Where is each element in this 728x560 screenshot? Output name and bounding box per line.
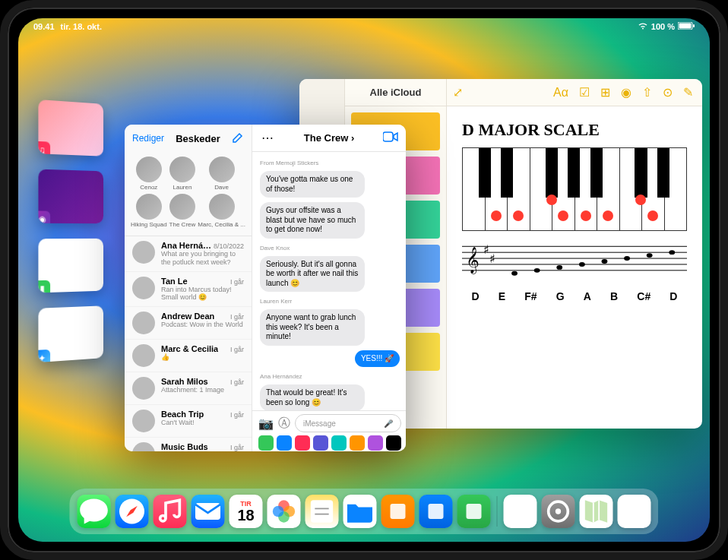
strip-app-3[interactable] xyxy=(295,435,310,451)
stage-strip-numbers[interactable]: ▮ xyxy=(38,239,103,293)
conversation-item[interactable]: Beach TripI går Can't Wait! xyxy=(125,405,252,438)
strip-app-7[interactable] xyxy=(368,435,383,451)
svg-point-15 xyxy=(602,259,608,264)
dock-app-freeform[interactable] xyxy=(618,495,651,528)
pinned-conversation[interactable]: Hiking Squad xyxy=(131,194,167,228)
dock-app-arkiver[interactable] xyxy=(343,495,377,528)
messages-window[interactable]: Rediger Beskeder CenozLaurenDaveHiking S… xyxy=(125,125,406,451)
svg-point-13 xyxy=(556,265,562,270)
dock-app-musik[interactable] xyxy=(154,495,187,528)
avatar xyxy=(136,194,162,220)
svg-point-18 xyxy=(669,250,675,255)
checklist-icon[interactable]: ☑ xyxy=(579,85,590,100)
svg-point-17 xyxy=(647,253,653,258)
dock-app-påmindelser[interactable] xyxy=(504,495,537,528)
strip-app-4[interactable] xyxy=(313,435,328,451)
conversation-preview: Podcast: Wow in the World xyxy=(161,321,244,329)
strip-app-8[interactable] xyxy=(386,435,401,451)
svg-point-16 xyxy=(624,256,630,261)
strip-app-5[interactable] xyxy=(331,435,347,451)
conversation-name: Ana Hernández xyxy=(161,241,214,250)
pinned-conversation[interactable]: The Crew xyxy=(169,194,197,228)
dock-app-mail[interactable] xyxy=(191,495,225,528)
pinned-conversation[interactable]: Dave xyxy=(198,157,245,191)
mic-icon[interactable]: 🎤 xyxy=(384,419,393,428)
message-sender: From Memoji Stickers xyxy=(260,160,400,166)
status-bar: 09.41 tir. 18. okt. 100 % xyxy=(18,18,710,35)
dock-app-indstillinger[interactable] xyxy=(542,495,575,528)
numbers-icon: ▮ xyxy=(38,280,50,293)
svg-rect-26 xyxy=(311,500,333,522)
avatar xyxy=(132,277,155,299)
more-icon[interactable]: ⊙ xyxy=(663,85,673,100)
edit-button[interactable]: Rediger xyxy=(132,133,164,144)
pinned-conversation[interactable]: Marc, Cecilia & ... xyxy=(198,194,245,228)
conversation-name: Andrew Dean xyxy=(161,312,214,321)
strip-app-1[interactable] xyxy=(258,435,274,451)
piano-diagram xyxy=(462,147,687,231)
note-content[interactable]: ⤢ Aα ☑ ⊞ ◉ ⇧ ⊙ ✎ D MAJOR SCALE xyxy=(447,79,702,429)
dock-app-keynote[interactable] xyxy=(419,495,453,528)
message-input[interactable]: iMessage 🎤 xyxy=(295,414,401,432)
stage-strip-music[interactable]: ♫ xyxy=(38,100,103,157)
app-store-icon[interactable]: Ⓐ xyxy=(278,416,290,432)
message-bubble-received[interactable]: Guys our offsite was a blast but we have… xyxy=(260,202,365,239)
pinned-conversation[interactable]: Lauren xyxy=(169,157,197,191)
conversation-name: Beach Trip xyxy=(161,410,204,419)
camera-icon[interactable]: ◉ xyxy=(621,85,631,100)
strip-app-2[interactable] xyxy=(277,435,292,451)
message-bubble-received[interactable]: Seriously. But it's all gonna be worth i… xyxy=(260,256,365,293)
thread-dots-icon[interactable]: ⋯ xyxy=(261,131,275,145)
messages-sidebar: Rediger Beskeder CenozLaurenDaveHiking S… xyxy=(125,125,252,451)
dock-separator xyxy=(497,496,498,527)
compose-button[interactable] xyxy=(232,131,244,146)
conversation-item[interactable]: Tan LeI går Ran into Marcus today! Small… xyxy=(125,272,252,308)
messages-title: Beskeder xyxy=(176,133,220,144)
conversation-item[interactable]: Music BudsI går What concert are we goin… xyxy=(125,438,252,451)
pinned-conversation[interactable]: Cenoz xyxy=(131,157,167,191)
stage-strip-podcasts[interactable]: ◉ xyxy=(38,169,103,224)
message-sender: Ana Hernández xyxy=(260,373,400,380)
dock-app-beskeder[interactable] xyxy=(78,495,111,528)
thread-title[interactable]: The Crew › xyxy=(304,132,354,144)
pinned-name: Lauren xyxy=(169,184,197,191)
dock-app-numbers[interactable] xyxy=(457,495,491,528)
strip-app-6[interactable] xyxy=(350,435,365,451)
share-icon[interactable]: ⇧ xyxy=(642,85,652,100)
table-icon[interactable]: ⊞ xyxy=(600,85,610,100)
pinned-name: Marc, Cecilia & ... xyxy=(198,221,245,228)
scale-note-label: C# xyxy=(637,290,650,302)
message-bubble-received[interactable]: You've gotta make us one of those! xyxy=(260,171,365,198)
note-title: D MAJOR SCALE xyxy=(462,120,687,140)
dock-app-kalender[interactable]: TIR18 xyxy=(229,495,263,528)
conversation-item[interactable]: Sarah MilosI går Attachment: 1 Image xyxy=(125,372,252,405)
conversation-item[interactable]: Andrew DeanI går Podcast: Wow in the Wor… xyxy=(125,307,252,340)
dock-app-kort[interactable] xyxy=(580,495,613,528)
pinned-name: Dave xyxy=(198,184,245,191)
conversation-time: I går xyxy=(230,346,244,353)
message-bubble-received[interactable]: That would be great! It's been so long 😊 xyxy=(260,384,365,410)
pinned-name: The Crew xyxy=(169,221,197,228)
dock-app-pages[interactable] xyxy=(381,495,415,528)
compose-icon[interactable]: ✎ xyxy=(683,85,693,100)
podcasts-icon: ◉ xyxy=(38,210,50,223)
conversation-time: I går xyxy=(230,313,244,321)
conversation-item[interactable]: Ana Hernández8/10/2022 What are you brin… xyxy=(125,236,252,272)
dock: TIR18 xyxy=(70,489,659,534)
camera-icon[interactable]: 📷 xyxy=(258,416,274,431)
message-bubble-received[interactable]: Anyone want to grab lunch this week? It'… xyxy=(260,309,365,346)
dock-app-noter[interactable] xyxy=(305,495,339,528)
stage-manager-strips: ♫ ◉ ▮ ✦ xyxy=(38,100,103,362)
avatar xyxy=(209,157,235,182)
format-icon[interactable]: Aα xyxy=(553,86,568,100)
expand-icon[interactable]: ⤢ xyxy=(453,85,463,100)
stage-strip-safari[interactable]: ✦ xyxy=(38,305,103,362)
facetime-button[interactable] xyxy=(383,131,398,145)
dock-app-fotos[interactable] xyxy=(267,495,301,528)
conversation-time: I går xyxy=(230,378,244,386)
message-bubble-sent[interactable]: YES!!! 🚀 xyxy=(355,350,400,368)
avatar xyxy=(132,377,155,400)
svg-rect-21 xyxy=(195,503,220,520)
dock-app-safari[interactable] xyxy=(116,495,149,528)
conversation-item[interactable]: Marc & CeciliaI går 👍 xyxy=(125,340,252,372)
